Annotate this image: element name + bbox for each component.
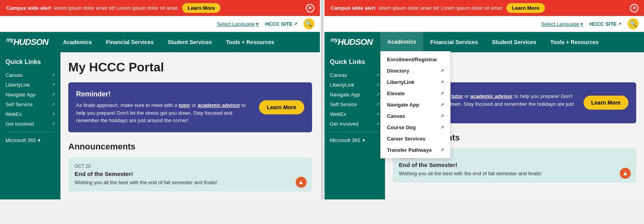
- sidebar-item-navigate-app[interactable]: Navigate App ↗: [0, 90, 60, 100]
- nav-academics[interactable]: Academics: [56, 32, 99, 52]
- right-nav-tools-resources[interactable]: Tools + Resources: [543, 32, 606, 52]
- dropdown-transfer-pathways[interactable]: Transfer Pathways ↗: [381, 144, 450, 156]
- external-link-icon: ↗: [51, 121, 55, 126]
- dropdown-course-dog[interactable]: Course Dog ↗: [381, 122, 450, 133]
- right-logo[interactable]: myHUDSON: [331, 37, 373, 47]
- right-search-icon: 🔍: [630, 20, 637, 27]
- right-panel: Campus wide alert lorem ipsum dolor amet…: [325, 0, 644, 199]
- announcement-date: OCT 20: [75, 164, 306, 169]
- right-external-link-icon: ↗: [376, 121, 380, 126]
- main-nav: myHUDSON Academics Financial Services St…: [0, 32, 320, 52]
- reminder-box: Reminder! As finals approach, make sure …: [68, 82, 312, 132]
- right-select-language-label: Select Language: [541, 21, 579, 27]
- external-link-icon: ↗: [51, 112, 55, 117]
- external-link-icon: ↗: [51, 82, 55, 87]
- sidebar-item-get-involved[interactable]: Get Involved ↗: [0, 119, 60, 129]
- right-external-link-icon: ↗: [618, 21, 621, 27]
- reminder-title: Reminder!: [76, 90, 253, 98]
- sidebar-item-self-service[interactable]: Self Service ↗: [0, 100, 60, 109]
- select-language-button[interactable]: Select Language ▾: [217, 21, 259, 27]
- sidebar-item-libertylink[interactable]: LibertyLink ↗: [0, 80, 60, 90]
- right-alert-bar: Campus wide alert lorem ipsum dolor amet…: [325, 0, 644, 16]
- right-sidebar-item-get-involved[interactable]: Get Involved ↗: [325, 119, 385, 129]
- right-utility-bar: Select Language ▾ HCCC SITE ↗ 🔍: [325, 16, 644, 32]
- right-search-button[interactable]: 🔍: [628, 18, 639, 29]
- right-alert-close-button[interactable]: ✕: [630, 4, 639, 12]
- dropdown-elevate[interactable]: Elevate ↗: [381, 88, 450, 99]
- right-external-link-icon: ↗: [440, 91, 444, 96]
- right-sidebar-microsoft365[interactable]: Microsoft 365 ▾: [325, 135, 385, 145]
- academics-dropdown: Enrollment/Registrar Directory ↗ Liberty…: [380, 51, 451, 158]
- right-announcement-body: Wishing you all the best with the end of…: [399, 171, 630, 176]
- external-link-icon: ↗: [294, 21, 297, 27]
- right-chevron-down-icon: ▾: [362, 137, 365, 143]
- right-logo-text: myHUDSON: [331, 37, 373, 47]
- announcement-card: OCT 20 End of the Semester! Wishing you …: [68, 157, 312, 192]
- search-icon: 🔍: [305, 20, 312, 27]
- right-sidebar-divider: [330, 132, 380, 132]
- panel-separator: [321, 0, 323, 199]
- right-reminder-tutor-link[interactable]: tutor: [451, 93, 463, 99]
- right-content-area: Quick Links Canvas ↗ LibertyLink ↗ Navig…: [325, 52, 644, 199]
- right-external-link-icon: ↗: [376, 82, 380, 87]
- right-external-link-icon: ↗: [376, 112, 380, 117]
- right-sidebar-item-self-service[interactable]: Self Service ↗: [325, 100, 385, 109]
- dropdown-libertylink[interactable]: LibertyLink ↗: [381, 76, 450, 88]
- right-external-link-icon: ↗: [440, 125, 444, 130]
- right-external-link-icon: ↗: [440, 68, 444, 73]
- right-scroll-up-button[interactable]: ▲: [620, 168, 631, 179]
- nav-financial-services[interactable]: Financial Services: [99, 32, 161, 52]
- right-sidebar-item-libertylink[interactable]: LibertyLink ↗: [325, 80, 385, 90]
- alert-bar: Campus wide alert lorem ipsum dolor amet…: [0, 0, 320, 16]
- dropdown-enrollment-registrar[interactable]: Enrollment/Registrar: [381, 54, 450, 65]
- right-announcement-title: End of the Semester!: [399, 162, 630, 168]
- logo[interactable]: myHUDSON: [6, 37, 48, 47]
- right-sidebar-item-canvas[interactable]: Canvas ↗: [325, 70, 385, 80]
- alert-bold-text: Campus wide alert: [6, 5, 51, 11]
- alert-learn-more-button[interactable]: Learn More: [182, 3, 220, 13]
- right-nav-academics[interactable]: Academics Enrollment/Registrar Directory…: [380, 32, 423, 52]
- alert-close-button[interactable]: ✕: [306, 4, 314, 12]
- right-sidebar-item-webex[interactable]: WebEx ↗: [325, 109, 385, 119]
- reminder-learn-more-button[interactable]: Learn More: [259, 100, 304, 114]
- sidebar-item-webex[interactable]: WebEx ↗: [0, 109, 60, 119]
- reminder-advisor-link[interactable]: academic advisor: [197, 102, 240, 108]
- chevron-down-icon: ▾: [256, 21, 259, 27]
- nav-items: Academics Financial Services Student Ser…: [56, 32, 282, 52]
- chevron-down-icon: ▾: [38, 137, 41, 143]
- dropdown-directory[interactable]: Directory ↗: [381, 65, 450, 76]
- right-select-language-button[interactable]: Select Language ▾: [541, 21, 583, 27]
- sidebar-item-canvas[interactable]: Canvas ↗: [0, 70, 60, 80]
- hccc-site-link[interactable]: HCCC SITE ↗: [265, 21, 297, 27]
- scroll-up-button[interactable]: ▲: [296, 177, 307, 188]
- sidebar-microsoft365[interactable]: Microsoft 365 ▾: [0, 135, 60, 145]
- dropdown-navigate-app[interactable]: Navigate App ↗: [381, 99, 450, 110]
- hccc-site-label: HCCC SITE: [265, 21, 292, 27]
- dropdown-career-services[interactable]: Career Services: [381, 133, 450, 144]
- nav-student-services[interactable]: Student Services: [161, 32, 219, 52]
- right-external-link-icon: ↗: [376, 73, 380, 78]
- content-area: Quick Links Canvas ↗ LibertyLink ↗ Navig…: [0, 52, 320, 199]
- right-external-link-icon: ↗: [440, 114, 444, 119]
- right-alert-text: lorem ipsum dolor amet sit! Lorem ipsum …: [378, 5, 503, 11]
- right-alert-learn-more-button[interactable]: Learn More: [506, 3, 545, 13]
- right-sidebar-item-navigate-app[interactable]: Navigate App ↗: [325, 90, 385, 100]
- logo-text: myHUDSON: [6, 37, 48, 47]
- right-reminder-advisor-link[interactable]: academic advisor: [470, 93, 513, 99]
- reminder-tutor-link[interactable]: tutor: [179, 102, 190, 108]
- search-button[interactable]: 🔍: [303, 18, 314, 29]
- right-hccc-site-link[interactable]: HCCC SITE ↗: [589, 21, 621, 27]
- right-nav-student-services[interactable]: Student Services: [485, 32, 543, 52]
- sidebar: Quick Links Canvas ↗ LibertyLink ↗ Navig…: [0, 52, 60, 199]
- right-nav-items: Academics Enrollment/Registrar Directory…: [380, 32, 606, 52]
- external-link-icon: ↗: [51, 92, 55, 97]
- nav-tools-resources[interactable]: Tools + Resources: [219, 32, 281, 52]
- announcement-body: Wishing you all the best with the end of…: [75, 180, 306, 185]
- dropdown-canvas[interactable]: Canvas ↗: [381, 110, 450, 122]
- right-reminder-learn-more-button[interactable]: Learn More: [584, 96, 628, 110]
- right-hccc-site-label: HCCC SITE: [589, 21, 617, 27]
- right-sidebar: Quick Links Canvas ↗ LibertyLink ↗ Navig…: [325, 52, 385, 199]
- page-title: My HCCC Portal: [68, 60, 312, 75]
- sidebar-divider: [5, 132, 55, 132]
- right-nav-financial-services[interactable]: Financial Services: [423, 32, 485, 52]
